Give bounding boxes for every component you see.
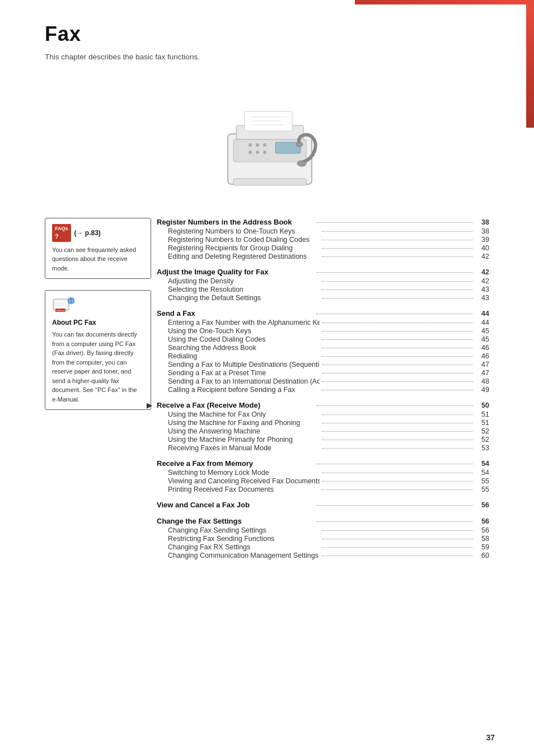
svg-point-12 (263, 151, 266, 154)
toc-main-entry-0[interactable]: Register Numbers in the Address Book38 (157, 218, 489, 226)
toc-section-1: Adjust the Image Quality for Fax42Adjust… (157, 268, 489, 307)
toc-sub-entry-6-3[interactable]: Changing Communication Management Settin… (157, 552, 489, 559)
toc-main-page-6: 56 (475, 517, 489, 525)
toc-sub-dots (322, 381, 474, 382)
toc-sub-entry-6-1[interactable]: Restricting Fax Sending Functions58 (157, 535, 489, 543)
toc-sub-entry-0-0[interactable]: Registering Numbers to One-Touch Keys38 (157, 227, 489, 235)
toc-main-entry-6[interactable]: Change the Fax Settings56 (157, 517, 489, 525)
toc-sub-entry-2-2[interactable]: Using the Coded Dialing Codes45 (157, 335, 489, 343)
toc-main-label-4: Receive a Fax from Memory (157, 459, 314, 468)
svg-point-15 (296, 142, 303, 147)
toc-main-label-3: Receive a Fax (Receive Mode) (157, 401, 314, 409)
toc-sub-entry-2-6[interactable]: Sending a Fax at a Preset Time47 (157, 369, 489, 377)
toc-sub-entry-1-2[interactable]: Changing the Default Settings43 (157, 294, 489, 302)
svg-point-10 (249, 151, 252, 154)
svg-rect-16 (233, 179, 306, 185)
toc-section-6: Change the Fax Settings56Changing Fax Se… (157, 517, 489, 564)
toc-sub-dots (322, 281, 474, 282)
toc-sub-label: Switching to Memory Lock Mode (168, 469, 320, 477)
toc-sub-entry-2-1[interactable]: Using the One-Touch Keys45 (157, 327, 489, 335)
faqs-description: You can see frequantely asked questions … (52, 245, 144, 273)
toc-sub-entry-6-0[interactable]: Changing Fax Sending Settings56 (157, 526, 489, 534)
toc-sub-entry-3-1[interactable]: Using the Machine for Faxing and Phoning… (157, 419, 489, 427)
toc-sub-label: Using the One-Touch Keys (168, 327, 320, 335)
toc-sub-entry-0-2[interactable]: Registering Recipients for Group Dialing… (157, 244, 489, 252)
toc-section-4: Receive a Fax from Memory54Switching to … (157, 459, 489, 498)
toc-sub-label: Viewing and Canceling Received Fax Docum… (168, 477, 320, 485)
toc-sub-dots (322, 539, 474, 539)
toc-sub-entry-2-0[interactable]: Entering a Fax Number with the Alphanume… (157, 319, 489, 326)
toc-sub-label: Using the Answering Machine (168, 427, 320, 435)
toc-sub-dots (322, 290, 474, 290)
toc-sub-dots (322, 365, 474, 365)
toc-content: Register Numbers in the Address Book38Re… (157, 218, 489, 567)
toc-sub-dots (322, 556, 474, 556)
toc-sub-label: Adjusting the Density (168, 277, 320, 285)
toc-sub-dots (322, 423, 474, 423)
toc-sub-dots (322, 356, 474, 357)
svg-rect-18 (54, 300, 68, 309)
toc-main-entry-5[interactable]: View and Cancel a Fax Job56 (157, 501, 489, 509)
toc-dots-0 (316, 222, 474, 223)
toc-sub-label: Selecting the Resolution (168, 286, 320, 293)
toc-sub-entry-3-3[interactable]: Using the Machine Primarily for Phoning5… (157, 436, 489, 444)
toc-sub-page: 59 (475, 543, 489, 551)
toc-sub-page: 45 (475, 335, 489, 343)
toc-sub-page: 44 (475, 319, 489, 326)
toc-sidebar: FAQs ? (→ p.83) You can see frequantely … (45, 218, 157, 567)
page-title-area: Fax This chapter describes the basic fax… (0, 0, 534, 67)
svg-text:e-Manual: e-Manual (56, 309, 65, 312)
toc-sub-page: 45 (475, 327, 489, 335)
toc-sub-dots (322, 248, 474, 249)
toc-sub-entry-1-1[interactable]: Selecting the Resolution43 (157, 286, 489, 293)
toc-sub-page: 43 (475, 294, 489, 302)
toc-sub-dots (322, 323, 474, 323)
toc-sub-page: 51 (475, 419, 489, 427)
toc-sub-page: 55 (475, 486, 489, 493)
emanual-icon: e-Manual (52, 296, 76, 313)
toc-sub-entry-2-4[interactable]: Redialing46 (157, 352, 489, 360)
toc-main-entry-1[interactable]: Adjust the Image Quality for Fax42 (157, 268, 489, 276)
toc-main-entry-3[interactable]: ▶Receive a Fax (Receive Mode)50 (157, 401, 489, 409)
toc-main-page-3: 50 (475, 402, 489, 409)
toc-sub-entry-6-2[interactable]: Changing Fax RX Settings59 (157, 543, 489, 551)
toc-sub-dots (322, 448, 474, 449)
toc-main-label-2: Send a Fax (157, 309, 314, 318)
toc-sub-page: 43 (475, 286, 489, 293)
toc-main-entry-4[interactable]: Receive a Fax from Memory54 (157, 459, 489, 468)
toc-sub-entry-2-3[interactable]: Searching the Address Book46 (157, 344, 489, 352)
toc-sub-entry-1-0[interactable]: Adjusting the Density42 (157, 277, 489, 285)
toc-main-page-2: 44 (475, 310, 489, 318)
emanual-badge: e-Manual (52, 296, 76, 313)
toc-sub-entry-3-4[interactable]: Receiving Faxes in Manual Mode53 (157, 444, 489, 452)
faqs-sidebar-box: FAQs ? (→ p.83) You can see frequantely … (45, 218, 151, 279)
page-subtitle: This chapter describes the basic fax fun… (45, 53, 489, 61)
toc-sub-entry-4-1[interactable]: Viewing and Canceling Received Fax Docum… (157, 477, 489, 485)
toc-sub-page: 38 (475, 227, 489, 235)
toc-sub-entry-2-7[interactable]: Sending a Fax to an International Destin… (157, 377, 489, 385)
toc-section-2: Send a Fax44Entering a Fax Number with t… (157, 309, 489, 399)
toc-sub-entry-3-0[interactable]: Using the Machine for Fax Only51 (157, 410, 489, 418)
toc-sub-entry-2-8[interactable]: Calling a Recipient before Sending a Fax… (157, 386, 489, 394)
faqs-badge: FAQs ? (52, 224, 71, 242)
toc-sub-entry-0-3[interactable]: Editing and Deleting Registered Destinat… (157, 253, 489, 260)
toc-sub-label: Changing Communication Management Settin… (168, 552, 320, 559)
toc-sub-entry-2-5[interactable]: Sending a Fax to Multiple Destinations (… (157, 361, 489, 368)
toc-sub-label: Registering Numbers to Coded Dialing Cod… (168, 236, 320, 244)
toc-sub-page: 49 (475, 386, 489, 394)
toc-sub-entry-3-2[interactable]: Using the Answering Machine52 (157, 427, 489, 435)
toc-sub-label: Using the Machine for Faxing and Phoning (168, 419, 320, 427)
toc-main-label-5: View and Cancel a Fax Job (157, 501, 314, 509)
page-title: Fax (45, 22, 489, 46)
faqs-link[interactable]: (→ p.83) (74, 228, 101, 238)
toc-sub-page: 56 (475, 526, 489, 534)
toc-sub-label: Changing the Default Settings (168, 294, 320, 302)
toc-main-entry-2[interactable]: Send a Fax44 (157, 309, 489, 318)
toc-sub-entry-4-0[interactable]: Switching to Memory Lock Mode54 (157, 469, 489, 477)
faqs-header: FAQs ? (→ p.83) (52, 224, 144, 242)
toc-sub-dots (322, 489, 474, 490)
toc-sub-label: Restricting Fax Sending Functions (168, 535, 320, 543)
toc-sub-entry-4-2[interactable]: Printing Received Fax Documents55 (157, 486, 489, 493)
toc-sub-label: Registering Numbers to One-Touch Keys (168, 227, 320, 235)
toc-sub-entry-0-1[interactable]: Registering Numbers to Coded Dialing Cod… (157, 236, 489, 244)
